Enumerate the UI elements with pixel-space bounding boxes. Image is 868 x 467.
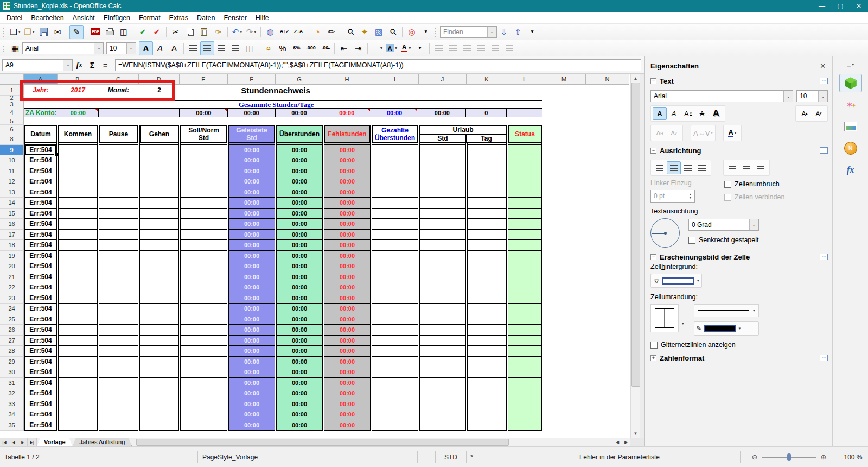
cell-J17[interactable]: [419, 230, 467, 241]
cell-K35[interactable]: [467, 420, 507, 431]
cell-A35[interactable]: Err:504: [24, 420, 58, 431]
cell-F28[interactable]: 00:00: [228, 346, 276, 357]
cell-D9[interactable]: [139, 145, 180, 156]
cell-E22[interactable]: [180, 282, 228, 293]
cell-F1[interactable]: Stundennachweis: [228, 85, 323, 96]
sheet-tab-jahres-auflistung[interactable]: Jahres Auflistung: [73, 438, 132, 446]
cell-H30[interactable]: 00:00: [323, 367, 371, 378]
column-header-H[interactable]: H: [323, 74, 371, 85]
cell-G30[interactable]: 00:00: [276, 367, 323, 378]
cell-E34[interactable]: [180, 409, 228, 420]
cell-J13[interactable]: [419, 187, 467, 198]
cell-A20[interactable]: Err:504: [24, 261, 58, 272]
cell-F10[interactable]: 00:00: [228, 155, 276, 166]
cell-L31[interactable]: [507, 378, 542, 389]
cell-B18[interactable]: [58, 240, 98, 251]
cell-K26[interactable]: [467, 325, 507, 336]
cell-J11[interactable]: [419, 166, 467, 177]
cell-J7[interactable]: Std: [419, 135, 466, 143]
cell-E10[interactable]: [180, 155, 228, 166]
cell-K20[interactable]: [467, 261, 507, 272]
collapse-icon[interactable]: −: [650, 254, 656, 260]
last-sheet-icon[interactable]: ▶|: [28, 438, 37, 446]
cell-J4[interactable]: 00:00: [418, 109, 466, 117]
cell-C18[interactable]: [98, 240, 139, 251]
cell-A14[interactable]: Err:504: [24, 198, 58, 209]
menu-ansicht[interactable]: Ansicht: [68, 13, 99, 23]
cell-J22[interactable]: [419, 282, 467, 293]
dropdown-arrow-icon[interactable]: ▾: [409, 46, 411, 51]
hyperlink-icon[interactable]: ◍: [263, 25, 277, 39]
cell-D30[interactable]: [139, 367, 180, 378]
object-align-top-icon[interactable]: [474, 41, 488, 55]
superscript-button[interactable]: AH: [653, 127, 667, 140]
cell-K21[interactable]: [467, 272, 507, 283]
cell-F34[interactable]: 00:00: [228, 409, 276, 420]
cell-I18[interactable]: [371, 240, 419, 251]
row-header-14[interactable]: 14: [0, 198, 24, 209]
cell-I19[interactable]: [371, 251, 419, 262]
cell-F32[interactable]: 00:00: [228, 388, 276, 399]
rotation-dial[interactable]: [650, 218, 680, 248]
cell-A12[interactable]: Err:504: [24, 176, 58, 187]
cell-A34[interactable]: Err:504: [24, 409, 58, 420]
cell-A16[interactable]: Err:504: [24, 219, 58, 230]
sidebar-tab-functions[interactable]: fx: [839, 161, 862, 179]
cell-G31[interactable]: 00:00: [276, 378, 323, 389]
cell-C33[interactable]: [98, 399, 139, 410]
cell-L27[interactable]: [507, 336, 542, 346]
cell-I4[interactable]: 00:00: [371, 109, 419, 117]
cell-F22[interactable]: 00:00: [228, 282, 276, 293]
cell-A23[interactable]: Err:504: [24, 293, 58, 304]
cell-F19[interactable]: 00:00: [228, 251, 276, 262]
vertical-scroll-thumb[interactable]: [631, 83, 640, 387]
cell-A17[interactable]: Err:504: [24, 230, 58, 241]
cell-H18[interactable]: 00:00: [323, 240, 371, 251]
sidebar-align-center-button[interactable]: [667, 161, 681, 174]
cell-H33[interactable]: 00:00: [323, 399, 371, 410]
cell-D21[interactable]: [139, 272, 180, 283]
decrease-font-button[interactable]: A▾: [812, 107, 826, 120]
cell-D18[interactable]: [139, 240, 180, 251]
previous-sheet-icon[interactable]: ◀: [9, 438, 18, 446]
chevron-down-icon[interactable]: ⌄: [749, 219, 758, 230]
cell-appearance-dialog-launcher-icon[interactable]: ⋯: [820, 254, 828, 260]
column-header-J[interactable]: J: [419, 74, 467, 85]
cell-E1[interactable]: [180, 85, 228, 96]
cell-I10[interactable]: [371, 155, 419, 166]
cell-E32[interactable]: [180, 388, 228, 399]
zoom-slider[interactable]: [762, 457, 816, 458]
row-header-10[interactable]: 10: [0, 155, 24, 166]
sidebar-menu-icon[interactable]: ≡▾: [839, 59, 862, 71]
edit-mode-icon[interactable]: ✎: [69, 25, 84, 39]
merge-cells-checkbox[interactable]: [724, 194, 731, 201]
dropdown-arrow-icon[interactable]: ▾: [395, 46, 397, 51]
cell-B9[interactable]: [58, 145, 98, 156]
chevron-down-icon[interactable]: ⌄: [126, 43, 136, 54]
menu-einfgen[interactable]: Einfügen: [99, 13, 135, 23]
cell-J27[interactable]: [419, 336, 467, 346]
cell-E30[interactable]: [180, 367, 228, 378]
cell-F30[interactable]: 00:00: [228, 367, 276, 378]
sort-descending-icon[interactable]: Z↓A: [291, 25, 305, 39]
row-header-9[interactable]: 9: [0, 145, 24, 156]
cell-D32[interactable]: [139, 388, 180, 399]
cell-K29[interactable]: [467, 357, 507, 368]
border-preset-button[interactable]: [650, 304, 679, 332]
cell-J10[interactable]: [419, 155, 467, 166]
cell-D28[interactable]: [139, 346, 180, 357]
copy-icon[interactable]: [183, 25, 197, 39]
cell-L4[interactable]: [507, 109, 542, 117]
cell-G33[interactable]: 00:00: [276, 399, 323, 410]
align-justify-button[interactable]: [228, 41, 242, 55]
subscript-button[interactable]: Av: [667, 127, 681, 140]
insert-chart-icon[interactable]: ◔: [310, 25, 324, 39]
cell-I27[interactable]: [371, 336, 419, 346]
italic-button[interactable]: A: [153, 41, 167, 55]
cell-L32[interactable]: [507, 388, 542, 399]
dropdown-arrow-icon[interactable]: ▾: [380, 46, 382, 51]
borders-icon[interactable]: ▾: [370, 41, 384, 55]
cell-E19[interactable]: [180, 251, 228, 262]
cell-K18[interactable]: [467, 240, 507, 251]
standard-format-icon[interactable]: $%: [290, 41, 304, 55]
